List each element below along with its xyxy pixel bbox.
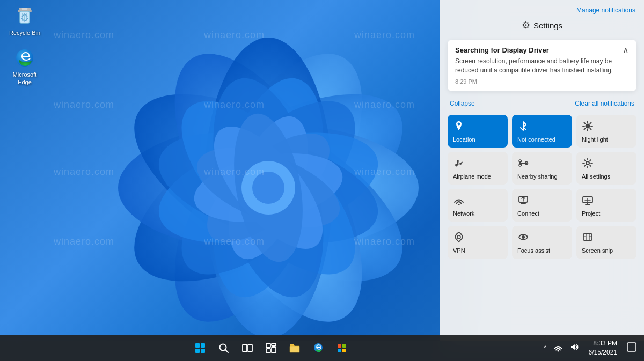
clear-all-link[interactable]: Clear all notifications (575, 100, 634, 107)
qs-tile-project[interactable]: Project (576, 189, 636, 222)
edge-taskbar-button[interactable] (308, 337, 329, 359)
qs-tile-focus-assist[interactable]: Focus assist (512, 226, 572, 259)
tray-overflow-button[interactable]: ^ (543, 343, 548, 353)
clock-area[interactable]: 8:33 PM 6/15/2021 (584, 339, 621, 357)
svg-rect-66 (338, 344, 341, 348)
qs-tile-night-light[interactable]: Night light (576, 115, 636, 148)
svg-point-42 (519, 164, 521, 166)
svg-rect-61 (266, 343, 270, 348)
task-view-button[interactable] (237, 337, 258, 359)
location-label: Location (453, 136, 475, 143)
notification-card: Searching for Display Driver ∧ Screen re… (448, 40, 636, 91)
svg-point-30 (586, 123, 590, 128)
edge-label: MicrosoftEdge (13, 71, 37, 86)
svg-rect-63 (266, 349, 270, 353)
svg-line-36 (590, 128, 591, 129)
settings-label: Settings (533, 21, 562, 30)
night-light-icon (582, 120, 594, 134)
svg-line-35 (584, 122, 586, 123)
settings-gear-icon: ⚙ (522, 19, 530, 31)
svg-rect-71 (627, 343, 636, 351)
screen-snip-label: Screen snip (582, 247, 613, 254)
svg-point-21 (252, 172, 284, 204)
all-settings-label: All settings (582, 173, 610, 180)
store-button[interactable] (331, 337, 353, 359)
settings-row[interactable]: ⚙ Settings (440, 17, 644, 36)
svg-rect-69 (342, 349, 346, 352)
qs-tile-airplane[interactable]: Airplane mode (448, 152, 508, 185)
action-bar: Collapse Clear all notifications (440, 94, 644, 110)
nearby-sharing-label: Nearby sharing (517, 173, 558, 180)
recycle-bin-label: Recycle Bin (9, 29, 40, 36)
start-button[interactable] (189, 337, 211, 359)
night-light-label: Night light (582, 136, 608, 143)
project-label: Project (582, 210, 600, 217)
notification-center-button[interactable] (626, 341, 638, 355)
qs-tile-network[interactable]: Network (448, 189, 508, 222)
qs-tile-nearby-sharing[interactable]: Nearby sharing (512, 152, 572, 185)
desktop: winaero.com winaero.com winaero.com wina… (0, 0, 478, 341)
file-explorer-button[interactable] (284, 337, 305, 359)
notif-time: 8:29 PM (455, 78, 629, 85)
qs-tile-all-settings[interactable]: All settings (576, 152, 636, 185)
focus-assist-label: Focus assist (517, 247, 550, 254)
desktop-icon-recycle-bin[interactable]: Recycle Bin (5, 5, 44, 36)
collapse-link[interactable]: Collapse (450, 100, 475, 107)
network-icon (453, 194, 465, 208)
svg-rect-55 (195, 349, 200, 353)
taskbar-tray: ^ 8:33 PM 6/15/2021 (543, 339, 644, 357)
svg-rect-62 (272, 343, 276, 346)
airplane-label: Airplane mode (453, 173, 491, 180)
svg-rect-67 (342, 344, 346, 348)
screen-snip-icon (582, 231, 594, 245)
svg-point-41 (519, 160, 521, 162)
qs-tile-bluetooth[interactable]: Not connected (512, 115, 572, 148)
vpn-icon (453, 231, 465, 245)
svg-rect-59 (243, 344, 247, 352)
notification-panel: Manage notifications ⚙ Settings Searchin… (440, 0, 644, 341)
desktop-icon-edge[interactable]: MicrosoftEdge (5, 47, 44, 86)
location-icon (453, 120, 465, 134)
network-tray-icon[interactable] (552, 341, 564, 355)
recycle-bin-icon (14, 5, 35, 27)
svg-point-50 (457, 235, 460, 239)
connect-icon (517, 194, 529, 208)
svg-rect-52 (583, 234, 592, 240)
svg-rect-54 (201, 343, 205, 348)
qs-tile-screen-snip[interactable]: Screen snip (576, 226, 636, 259)
airplane-icon (453, 157, 465, 171)
clock-date: 6/15/2021 (589, 348, 617, 357)
project-icon (582, 194, 594, 208)
svg-rect-56 (201, 349, 205, 353)
notif-body: Screen resolution, performance and batte… (455, 57, 629, 75)
quick-settings-grid: Location Not connected (440, 110, 644, 263)
svg-line-37 (590, 122, 591, 123)
manage-notifications-link[interactable]: Manage notifications (576, 6, 635, 14)
edge-icon (14, 47, 35, 69)
svg-point-51 (522, 235, 525, 239)
network-label: Network (453, 210, 474, 217)
qs-tile-connect[interactable]: Connect (512, 189, 572, 222)
volume-tray-icon[interactable] (568, 341, 580, 355)
all-settings-icon (582, 157, 594, 171)
panel-header: Manage notifications (440, 0, 644, 17)
svg-rect-60 (248, 344, 252, 352)
notif-header: Searching for Display Driver ∧ (455, 46, 629, 55)
wallpaper-flower (54, 0, 478, 341)
svg-point-70 (557, 350, 559, 352)
svg-rect-65 (290, 346, 299, 352)
svg-rect-64 (272, 347, 276, 353)
notif-collapse-button[interactable]: ∧ (623, 46, 629, 55)
bluetooth-icon (517, 120, 529, 134)
search-button[interactable] (213, 337, 235, 359)
widgets-button[interactable] (260, 337, 282, 359)
qs-tile-vpn[interactable]: VPN (448, 226, 508, 259)
taskbar: ^ 8:33 PM 6/15/2021 (0, 335, 644, 361)
qs-tile-location[interactable]: Location (448, 115, 508, 148)
connect-label: Connect (517, 210, 539, 217)
svg-rect-68 (338, 349, 341, 352)
taskbar-center (0, 337, 543, 359)
clock-time: 8:33 PM (593, 339, 617, 348)
focus-assist-icon (517, 231, 529, 245)
nearby-sharing-icon (517, 157, 529, 171)
